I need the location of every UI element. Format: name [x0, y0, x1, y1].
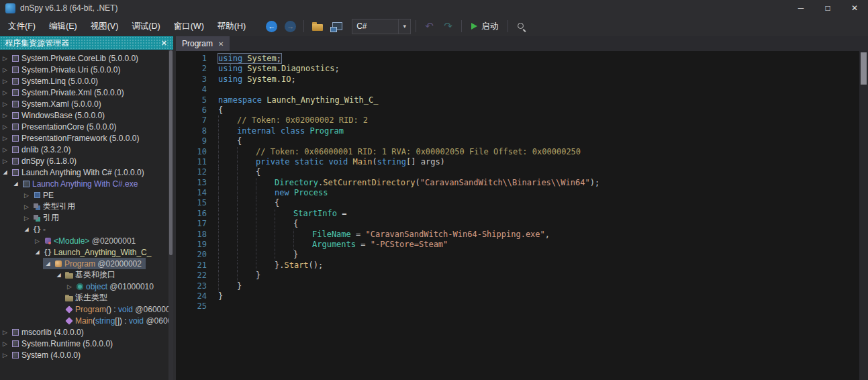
tree-expander-icon[interactable]: ▷	[0, 352, 10, 359]
search-button[interactable]	[513, 18, 530, 34]
tree-row[interactable]: ▷类型引用	[0, 201, 173, 212]
tree-row[interactable]: ▷PresentationFramework (5.0.0.0)	[0, 132, 173, 144]
tree-row[interactable]: ▷object @01000010	[0, 281, 173, 292]
tree-item[interactable]: ▷dnSpy (6.1.8.0)	[0, 155, 81, 167]
tree-expander-icon[interactable]: ▷	[32, 238, 42, 244]
nav-back-button[interactable]: ←	[263, 18, 280, 34]
tree-expander-icon[interactable]: ◢	[11, 181, 21, 187]
tree-expander-icon[interactable]: ▷	[64, 283, 75, 290]
tree-item[interactable]: ▷PresentationCore (5.0.0.0)	[0, 121, 120, 132]
full-screen-button[interactable]	[328, 18, 344, 34]
tree-expander-icon[interactable]: ◢	[43, 260, 53, 267]
tree-expander-icon[interactable]: ▷	[0, 78, 10, 85]
tree-item[interactable]: ▷object @01000010	[64, 281, 158, 292]
tree-expander-icon[interactable]: ◢	[54, 272, 64, 278]
tree-row[interactable]: ◢Launch Anything With C# (1.0.0.0)	[0, 167, 173, 178]
tree-row[interactable]: Main(string[]) : void @06000002	[0, 315, 173, 326]
tree-item[interactable]: ▷mscorlib (4.0.0.0)	[0, 326, 88, 338]
maximize-button[interactable]: □	[814, 0, 841, 16]
tree-row[interactable]: ▷<Module> @02000001	[0, 235, 173, 246]
menu-file[interactable]: 文件(F)	[1, 17, 42, 36]
close-button[interactable]: ✕	[841, 0, 868, 16]
tab-close-icon[interactable]: ✕	[218, 40, 224, 48]
undo-button[interactable]: ↶	[421, 18, 438, 34]
tree-row[interactable]: ▷WindowsBase (5.0.0.0)	[0, 109, 173, 121]
editor-scrollbar[interactable]	[859, 51, 868, 380]
tree-item[interactable]: 派生类型	[54, 292, 111, 303]
tab-program[interactable]: Program ✕	[176, 36, 230, 51]
tree-item[interactable]: ◢Launch Anything With C# (1.0.0.0)	[0, 167, 148, 178]
tree-row[interactable]: ▷PresentationCore (5.0.0.0)	[0, 121, 173, 132]
tree-expander-icon[interactable]: ▷	[21, 203, 32, 210]
tree-item[interactable]: Main(string[]) : void @06000002	[54, 315, 173, 326]
tree-item[interactable]: ▷System.Private.CoreLib (5.0.0.0)	[0, 52, 142, 64]
tree-expander-icon[interactable]: ▷	[0, 329, 10, 336]
assembly-explorer-header[interactable]: 程序集资源管理器 ✕	[0, 36, 173, 50]
tree-row[interactable]: 派生类型	[0, 292, 173, 303]
tree-item[interactable]: ▷<Module> @02000001	[32, 235, 140, 246]
language-selector[interactable]: C# ▾	[352, 19, 411, 34]
tree-expander-icon[interactable]: ▷	[0, 158, 10, 164]
tree-row[interactable]: ◢Program @02000002	[0, 258, 173, 269]
code-editor[interactable]: 1using System;2using System.Diagnostics;…	[176, 51, 868, 380]
tree-expander-icon[interactable]: ▷	[21, 215, 32, 222]
tree-row[interactable]: ▷System.Linq (5.0.0.0)	[0, 75, 173, 87]
tree-item[interactable]: ▷System.Private.Xml (5.0.0.0)	[0, 87, 128, 98]
tree-item[interactable]: ▷System.Linq (5.0.0.0)	[0, 75, 102, 87]
tree-item[interactable]: ▷WindowsBase (5.0.0.0)	[0, 109, 109, 121]
tree-expander-icon[interactable]: ▷	[0, 55, 10, 62]
redo-button[interactable]: ↷	[440, 18, 456, 34]
chevron-down-icon[interactable]: ▾	[398, 19, 410, 34]
tree-expander-icon[interactable]: ▷	[0, 146, 10, 153]
editor-scrollbar-thumb[interactable]	[861, 52, 867, 85]
tree-scrollbar[interactable]	[168, 50, 173, 380]
tree-item[interactable]: ▷类型引用	[21, 201, 79, 212]
tree-item[interactable]: ▷System.Xaml (5.0.0.0)	[0, 98, 105, 109]
tree-item[interactable]: ▷System.Runtime (5.0.0.0)	[0, 338, 117, 349]
tree-row[interactable]: ▷System.Runtime (5.0.0.0)	[0, 338, 173, 349]
tree-expander-icon[interactable]: ◢	[21, 226, 32, 232]
tree-row[interactable]: ◢{}Launch_Anything_With_C_	[0, 246, 173, 258]
menu-view[interactable]: 视图(V)	[84, 17, 126, 36]
tree-item[interactable]: ▷PresentationFramework (5.0.0.0)	[0, 132, 143, 144]
tree-row[interactable]: ▷System.Private.Xml (5.0.0.0)	[0, 87, 173, 98]
panel-close-icon[interactable]: ✕	[159, 39, 169, 48]
tree-item[interactable]: ▷System (4.0.0.0)	[0, 349, 85, 361]
tree-expander-icon[interactable]: ▷	[0, 66, 10, 73]
open-file-button[interactable]	[309, 18, 326, 34]
tree-row[interactable]: ▷System.Private.Uri (5.0.0.0)	[0, 64, 173, 75]
start-button[interactable]: 启动	[467, 21, 503, 32]
tree-expander-icon[interactable]: ◢	[0, 169, 10, 175]
tree-item[interactable]: ▷System.Private.Uri (5.0.0.0)	[0, 64, 124, 75]
menu-help[interactable]: 帮助(H)	[211, 17, 252, 36]
tree-expander-icon[interactable]: ◢	[32, 249, 42, 255]
tree-row[interactable]: Program() : void @06000001	[0, 303, 173, 315]
tree-row[interactable]: ▷PE	[0, 189, 173, 201]
tree-item[interactable]: ▷PE	[21, 189, 58, 201]
tree-item[interactable]: ◢{}Launch_Anything_With_C_	[32, 246, 155, 258]
tree-row[interactable]: ▷dnSpy (6.1.8.0)	[0, 155, 173, 167]
menu-debug[interactable]: 调试(D)	[125, 17, 166, 36]
tree-row[interactable]: ▷dnlib (3.3.2.0)	[0, 144, 173, 155]
tree-row[interactable]: ◢基类和接口	[0, 269, 173, 281]
tree-scrollbar-thumb[interactable]	[169, 50, 173, 255]
tree-expander-icon[interactable]: ▷	[0, 124, 10, 130]
tree-expander-icon[interactable]: ▷	[0, 135, 10, 142]
tree-item[interactable]: ▷dnlib (3.3.2.0)	[0, 144, 75, 155]
tree-expander-icon[interactable]: ▷	[0, 112, 10, 119]
tree-expander-icon[interactable]: ▷	[0, 101, 10, 107]
tree-item[interactable]: ▷引用	[21, 212, 63, 224]
tree-item[interactable]: ◢{}-	[21, 224, 50, 235]
tree-item[interactable]: ◢Launch Anything With C#.exe	[11, 178, 142, 189]
tree-row[interactable]: ▷引用	[0, 212, 173, 224]
nav-forward-button[interactable]: →	[282, 18, 299, 34]
menu-edit[interactable]: 编辑(E)	[42, 17, 84, 36]
tree-item[interactable]: Program() : void @06000001	[54, 303, 173, 315]
tree-item[interactable]: ◢基类和接口	[54, 269, 119, 281]
tree-row[interactable]: ▷mscorlib (4.0.0.0)	[0, 326, 173, 338]
tree-item-selected[interactable]: ◢Program @02000002	[43, 258, 146, 269]
tree-row[interactable]: ▷System.Xaml (5.0.0.0)	[0, 98, 173, 109]
tree-expander-icon[interactable]: ▷	[0, 89, 10, 96]
tree-row[interactable]: ◢{}-	[0, 224, 173, 235]
tree-expander-icon[interactable]: ▷	[21, 192, 32, 199]
